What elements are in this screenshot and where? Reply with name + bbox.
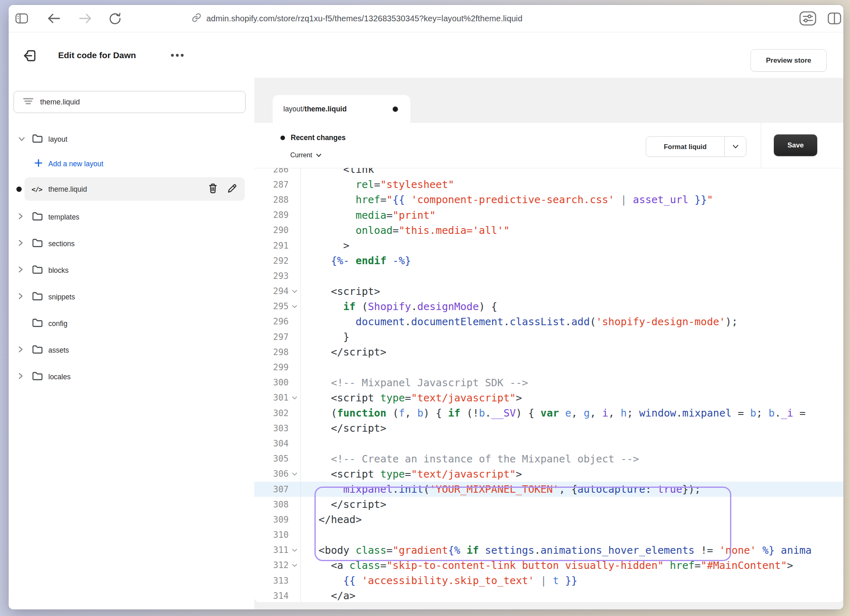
search-value: theme.liquid — [40, 98, 80, 106]
folder-icon — [32, 238, 43, 247]
sidebar-item-templates[interactable]: templates — [9, 209, 254, 225]
split-view-icon[interactable] — [827, 12, 842, 25]
sidebar-item-locales[interactable]: locales — [9, 369, 254, 385]
code-line[interactable]: 297 } — [254, 329, 843, 344]
line-number: 307 — [254, 482, 301, 497]
folder-icon — [32, 371, 43, 380]
code-line[interactable]: 294 <script> — [254, 284, 843, 299]
reload-icon[interactable] — [109, 12, 122, 25]
fold-toggle[interactable] — [290, 305, 299, 308]
exit-editor-button[interactable] — [21, 48, 39, 66]
code-line[interactable]: 287 rel="stylesheet" — [254, 177, 843, 192]
sidebar-item-sections[interactable]: sections — [9, 236, 254, 252]
sidebar-item-blocks[interactable]: blocks — [9, 262, 254, 279]
code-line[interactable]: 298 </script> — [254, 344, 843, 360]
fold-chevron-icon — [292, 548, 297, 552]
fold-chevron-icon — [292, 396, 297, 400]
tab-file: theme.liquid — [305, 105, 347, 113]
chevron-right-icon — [18, 346, 23, 353]
format-liquid-dropdown[interactable] — [725, 137, 746, 156]
editor-panel-header: Recent changes Current Format liquid Sav… — [254, 123, 843, 168]
plus-icon — [34, 159, 43, 168]
delete-file-button[interactable] — [208, 183, 218, 195]
code-line[interactable]: 308 </script> — [254, 497, 843, 512]
app-header: Edit code for Dawn Preview store — [9, 32, 843, 78]
line-number: 309 — [254, 512, 301, 527]
sidebar-item-snippets[interactable]: snippets — [9, 289, 254, 305]
sidebar-item-theme-liquid[interactable]: </>theme.liquid — [9, 177, 254, 201]
sidebar-item-layout[interactable]: layout — [9, 131, 254, 147]
code-line[interactable]: 307 mixpanel.init('YOUR_MIXPANEL_TOKEN',… — [254, 482, 843, 497]
line-number: 295 — [254, 299, 301, 314]
code-line[interactable]: 310 — [254, 528, 843, 543]
code-line[interactable]: 291 > — [254, 238, 843, 253]
line-number: 292 — [254, 253, 301, 268]
url-text: admin.shopify.com/store/rzq1xu-f5/themes… — [206, 14, 522, 23]
code-line[interactable]: 306 <script type="text/javascript"> — [254, 467, 843, 482]
url-bar[interactable]: admin.shopify.com/store/rzq1xu-f5/themes… — [192, 5, 522, 32]
unsaved-indicator-dot — [393, 106, 398, 112]
code-line[interactable]: 302 (function (f, b) { if (!b.__SV) { va… — [254, 405, 843, 421]
code-line[interactable]: 309 </head> — [254, 512, 843, 527]
more-icon — [170, 53, 184, 57]
line-number: 287 — [254, 177, 301, 192]
code-line[interactable]: 311 <body class="gradient{% if settings.… — [254, 543, 843, 558]
code-line[interactable]: 288 href="{{ 'component-predictive-searc… — [254, 192, 843, 207]
code-line[interactable]: 299 — [254, 360, 843, 375]
code-line[interactable]: 300 <!-- Mixpanel Javascript SDK --> — [254, 375, 843, 390]
code-line[interactable]: 313 {{ 'accessibility.skip_to_text' | t … — [254, 573, 843, 588]
tune-icon[interactable] — [798, 10, 817, 27]
line-number: 301 — [254, 390, 301, 405]
file-search-input[interactable]: theme.liquid — [14, 91, 246, 113]
code-line[interactable]: 314 </a> — [254, 588, 843, 602]
file-sidebar: theme.liquid layoutAdd a new layout</>th… — [9, 78, 255, 609]
line-number: 312 — [254, 558, 301, 573]
line-number: 296 — [254, 314, 301, 329]
chevron-right-icon — [18, 239, 23, 247]
back-icon[interactable] — [47, 13, 61, 24]
save-button[interactable]: Save — [774, 134, 817, 156]
code-file-icon: </> — [32, 185, 42, 193]
code-line[interactable]: 304 — [254, 436, 843, 451]
format-liquid-button[interactable]: Format liquid — [646, 136, 746, 157]
line-number: 294 — [254, 284, 301, 299]
sidebar-item-config[interactable]: config — [9, 315, 254, 332]
fold-toggle[interactable] — [290, 290, 299, 293]
code-line[interactable]: 305 <!-- Create an instance of the Mixpa… — [254, 451, 843, 467]
more-menu-button[interactable] — [169, 49, 185, 61]
preview-store-button[interactable]: Preview store — [751, 49, 827, 72]
version-dropdown[interactable]: Current — [290, 152, 321, 159]
tab-theme-liquid[interactable]: layout/theme.liquid — [273, 95, 410, 123]
fold-toggle[interactable] — [290, 396, 299, 400]
line-number: 297 — [254, 329, 301, 344]
line-number: 306 — [254, 467, 301, 482]
sidebar-toggle-icon[interactable] — [15, 13, 28, 24]
folder-icon — [32, 345, 43, 354]
code-editor[interactable]: 286 <link287 rel="stylesheet"288 href="{… — [254, 168, 843, 602]
forward-icon[interactable] — [78, 13, 92, 24]
line-number: 308 — [254, 497, 301, 512]
code-line[interactable]: 295 if (Shopify.designMode) { — [254, 299, 843, 314]
line-number: 313 — [254, 573, 301, 588]
tab-path: layout/ — [283, 105, 305, 113]
code-line[interactable]: 290 onload="this.media='all'" — [254, 223, 843, 238]
sidebar-item-assets[interactable]: assets — [9, 342, 254, 358]
chevron-down-icon — [18, 136, 25, 141]
code-line[interactable]: 293 — [254, 268, 843, 283]
chevron-right-icon — [18, 292, 23, 300]
code-line[interactable]: 296 document.documentElement.classList.a… — [254, 314, 843, 329]
fold-toggle[interactable] — [290, 548, 299, 552]
code-line[interactable]: 292 {%- endif -%} — [254, 253, 843, 268]
fold-toggle[interactable] — [290, 472, 299, 476]
code-line[interactable]: 289 media="print" — [254, 208, 843, 223]
edit-icon — [227, 183, 237, 194]
code-line[interactable]: 303 </script> — [254, 421, 843, 436]
rename-file-button[interactable] — [227, 183, 237, 195]
code-line[interactable]: 312 <a class="skip-to-content-link butto… — [254, 558, 843, 573]
code-line[interactable]: 286 <link — [254, 168, 843, 177]
exit-icon — [23, 48, 38, 65]
add-new-layout-link[interactable]: Add a new layout — [9, 156, 254, 172]
fold-toggle[interactable] — [290, 564, 299, 567]
code-line[interactable]: 301 <script type="text/javascript"> — [254, 390, 843, 405]
folder-icon — [32, 318, 43, 327]
